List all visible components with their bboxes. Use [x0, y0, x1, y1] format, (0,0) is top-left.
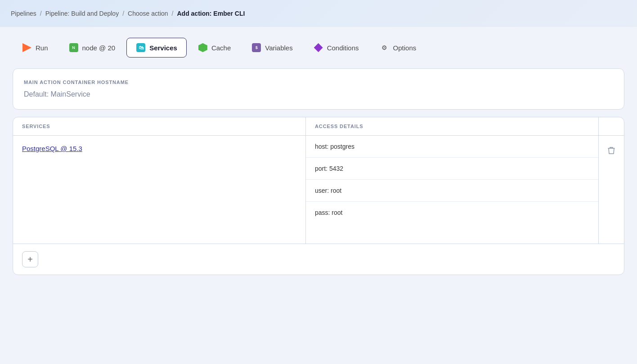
col-header-access: ACCESS DETAILS	[306, 117, 599, 135]
tab-services[interactable]: 🛍 Services	[126, 38, 187, 58]
service-name-cell: PostgreSQL @ 15.3	[13, 136, 306, 244]
tab-conditions-label: Conditions	[327, 44, 359, 52]
services-table-header: SERVICES ACCESS DETAILS	[13, 117, 624, 136]
breadcrumb-current: Add action: Ember CLI	[177, 10, 245, 17]
col-header-actions	[599, 117, 624, 135]
add-service-button[interactable]: +	[22, 251, 38, 267]
tab-node-label: node @ 20	[82, 44, 116, 52]
access-pass: pass: root	[306, 202, 598, 223]
breadcrumb-sep-1: /	[40, 10, 42, 17]
tab-cache[interactable]: Cache	[188, 38, 240, 58]
breadcrumb-pipelines[interactable]: Pipelines	[11, 10, 36, 17]
tab-cache-label: Cache	[211, 44, 231, 52]
hostname-label: MAIN ACTION CONTAINER HOSTNAME	[24, 80, 613, 85]
tab-services-label: Services	[149, 44, 177, 52]
tab-options[interactable]: ⚙ Options	[370, 38, 426, 58]
tab-conditions[interactable]: Conditions	[304, 38, 368, 58]
node-icon: N	[69, 43, 79, 53]
run-icon	[22, 43, 32, 53]
access-host: host: postgres	[306, 136, 598, 158]
col-header-services: SERVICES	[13, 117, 306, 135]
breadcrumb-choose-action[interactable]: Choose action	[128, 10, 168, 17]
tab-node[interactable]: N node @ 20	[59, 38, 125, 58]
services-table-card: SERVICES ACCESS DETAILS PostgreSQL @ 15.…	[13, 117, 624, 275]
delete-cell	[599, 136, 624, 244]
tab-run[interactable]: Run	[13, 38, 58, 58]
tab-variables-label: Variables	[265, 44, 292, 52]
breadcrumb-pipeline-name[interactable]: Pipeline: Build and Deploy	[45, 10, 119, 17]
hostname-value: Default: MainService	[24, 90, 613, 98]
add-service-row: +	[13, 244, 624, 275]
tab-options-label: Options	[393, 44, 417, 52]
access-user: user: root	[306, 180, 598, 202]
variables-icon: $	[251, 43, 261, 53]
tab-run-label: Run	[36, 44, 48, 52]
breadcrumb-bar: Pipelines / Pipeline: Build and Deploy /…	[0, 0, 637, 27]
breadcrumb-sep-2: /	[122, 10, 124, 17]
main-content: Run N node @ 20 🛍 Services Cache $ Varia…	[0, 27, 637, 364]
conditions-icon	[314, 43, 323, 53]
access-details-cell: host: postgres port: 5432 user: root pas…	[306, 136, 599, 244]
hostname-section: MAIN ACTION CONTAINER HOSTNAME Default: …	[13, 68, 624, 110]
tab-variables[interactable]: $ Variables	[242, 38, 302, 58]
services-icon: 🛍	[136, 43, 146, 53]
access-port: port: 5432	[306, 158, 598, 180]
delete-service-button[interactable]	[606, 145, 617, 156]
tab-bar: Run N node @ 20 🛍 Services Cache $ Varia…	[13, 38, 624, 58]
table-row: PostgreSQL @ 15.3 host: postgres port: 5…	[13, 136, 624, 244]
options-icon: ⚙	[380, 43, 390, 53]
breadcrumb-sep-3: /	[172, 10, 174, 17]
service-name-link[interactable]: PostgreSQL @ 15.3	[22, 145, 82, 152]
cache-icon	[198, 43, 208, 53]
